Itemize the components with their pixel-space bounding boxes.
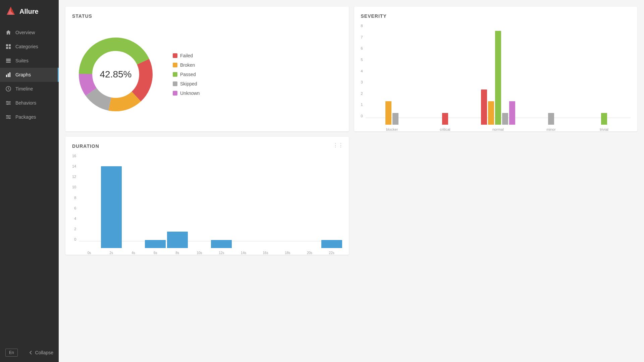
y-label-1: 1	[361, 103, 363, 107]
bar-label-normal: normal	[492, 127, 504, 131]
y-label-7: 7	[361, 36, 363, 39]
bar-minor-skipped	[548, 113, 554, 125]
bar-blocker-skipped	[392, 113, 398, 125]
duration-title: DURATION	[72, 143, 342, 149]
bar-group-trivial: trivial	[578, 31, 631, 125]
sidebar-item-suites[interactable]: Suites	[0, 54, 59, 68]
sidebar-item-graphs[interactable]: Graphs	[0, 68, 59, 82]
behaviors-icon	[5, 100, 11, 106]
graphs-icon	[5, 72, 11, 78]
svg-rect-3	[6, 44, 8, 46]
app-title: Allure	[19, 8, 39, 15]
svg-point-19	[7, 104, 8, 105]
svg-rect-10	[6, 75, 7, 77]
timeline-icon	[5, 86, 11, 92]
home-icon	[5, 29, 11, 36]
duration-bars: 0s 2s 4s 6s	[79, 154, 342, 248]
dur-col-10s: 10s	[189, 161, 210, 248]
svg-point-25	[9, 118, 10, 119]
categories-icon	[5, 44, 11, 50]
bar-blocker-broken	[385, 101, 391, 125]
dur-bar-6s	[145, 240, 166, 248]
language-button[interactable]: En	[5, 349, 18, 357]
bar-normal-passed	[495, 31, 501, 125]
y-label-8: 8	[361, 24, 363, 28]
dur-bar-12s	[211, 240, 232, 248]
main-content: STATUS 4	[59, 0, 644, 362]
severity-chart-area: 0 1 2 3 4 5 6 7 8 blocker	[361, 24, 631, 125]
svg-rect-5	[6, 47, 8, 49]
sidebar-label-timeline: Timeline	[15, 86, 33, 92]
bar-group-blocker: blocker	[366, 31, 419, 125]
failed-dot	[173, 53, 177, 58]
sidebar-item-packages[interactable]: Packages	[0, 110, 59, 124]
svg-rect-9	[6, 62, 11, 63]
svg-rect-6	[9, 47, 11, 49]
unknown-dot	[173, 91, 177, 96]
donut-percentage: 42.85%	[100, 69, 132, 80]
bar-normal-broken	[488, 101, 494, 125]
sidebar-label-categories: Categories	[15, 44, 38, 49]
y-label-3: 3	[361, 80, 363, 84]
chevron-left-icon	[29, 350, 33, 355]
y-label-6: 6	[361, 47, 363, 50]
dur-col-16s: 16s	[255, 161, 276, 248]
dur-bar-8s	[167, 232, 188, 248]
svg-point-24	[8, 117, 9, 118]
dur-col-22s: 22s	[321, 161, 342, 248]
dur-col-4s: 4s	[123, 161, 144, 248]
status-legend: Failed Broken Passed Skipped Unknown	[173, 53, 200, 96]
svg-rect-8	[6, 60, 11, 61]
status-content: 42.85% Failed Broken Passed Skipped	[72, 24, 342, 125]
bar-group-minor: minor	[525, 31, 578, 125]
svg-rect-7	[6, 59, 11, 60]
bar-critical-failed	[442, 113, 448, 125]
unknown-label: Unknown	[180, 90, 200, 96]
bar-label-critical: critical	[440, 127, 450, 131]
bar-label-blocker: blocker	[386, 127, 398, 131]
more-options-icon[interactable]: ⋮⋮	[333, 142, 343, 148]
bar-group-critical: critical	[419, 31, 472, 125]
legend-failed: Failed	[173, 53, 200, 58]
suites-icon	[5, 58, 11, 64]
failed-label: Failed	[180, 53, 193, 58]
severity-card: SEVERITY 0 1 2 3 4 5 6 7 8 bl	[354, 7, 638, 131]
legend-skipped: Skipped	[173, 81, 200, 86]
legend-passed: Passed	[173, 72, 200, 77]
y-label-2: 2	[361, 92, 363, 96]
dur-col-8s: 8s	[167, 161, 188, 248]
collapse-label: Collapse	[35, 350, 53, 355]
sidebar-footer: En Collapse	[0, 343, 59, 362]
duration-card: DURATION ⋮⋮ 0 2 4 6 8 10 12 14 16 0s	[65, 137, 349, 255]
dur-col-20s: 20s	[299, 161, 320, 248]
dur-col-18s: 18s	[277, 161, 298, 248]
severity-bars: blocker critical normal	[366, 24, 631, 125]
y-label-5: 5	[361, 58, 363, 62]
bar-group-normal: normal	[472, 31, 525, 125]
broken-dot	[173, 63, 177, 67]
collapse-button[interactable]: Collapse	[18, 350, 53, 355]
sidebar-item-behaviors[interactable]: Behaviors	[0, 96, 59, 110]
dur-bar-22s	[321, 240, 342, 248]
sidebar-item-overview[interactable]: Overview	[0, 25, 59, 40]
sidebar-nav: Overview Categories Suites	[0, 23, 59, 343]
sidebar-label-packages: Packages	[15, 114, 36, 120]
sidebar-label-overview: Overview	[15, 30, 35, 35]
skipped-label: Skipped	[180, 81, 197, 86]
bar-trivial-passed	[601, 113, 607, 125]
severity-title: SEVERITY	[361, 13, 631, 19]
svg-point-17	[7, 101, 8, 102]
y-label-4: 4	[361, 69, 363, 73]
sidebar-item-categories[interactable]: Categories	[0, 40, 59, 54]
sidebar-item-timeline[interactable]: Timeline	[0, 82, 59, 96]
y-label-0: 0	[361, 114, 363, 118]
sidebar-label-suites: Suites	[15, 58, 29, 63]
passed-dot	[173, 72, 177, 77]
status-title: STATUS	[72, 13, 342, 19]
svg-point-23	[7, 115, 8, 116]
passed-label: Passed	[180, 72, 196, 77]
dur-col-6s: 6s	[145, 161, 166, 248]
bar-label-minor: minor	[546, 127, 556, 131]
duration-chart: 0 2 4 6 8 10 12 14 16 0s 2	[72, 154, 342, 248]
svg-point-18	[9, 103, 10, 104]
